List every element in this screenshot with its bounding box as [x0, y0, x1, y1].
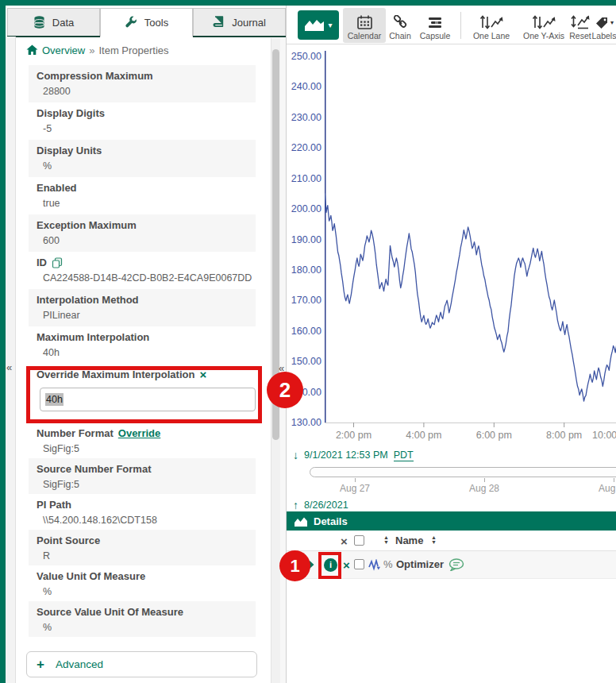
- wrench-icon: [125, 16, 137, 29]
- one-lane-button[interactable]: One Lane: [468, 8, 515, 43]
- right-collapse-strip: «: [280, 38, 286, 683]
- y-axis-label: 200.00: [287, 203, 321, 215]
- labels-button[interactable]: ▾ Labels: [587, 8, 616, 43]
- remove-item-icon[interactable]: ×: [343, 559, 350, 571]
- annotation-circle-step1: 1: [279, 550, 310, 581]
- annotation-rect-step1: [318, 552, 341, 579]
- property-point-source: Point Source R: [29, 530, 256, 565]
- property-value-unit-of-measure: Value Unit Of Measure %: [29, 565, 256, 601]
- trend-panel: ▾ Calendar Chain: [286, 6, 616, 683]
- range-tick-label: Aug 29: [586, 483, 616, 494]
- row-checkbox[interactable]: [354, 559, 364, 569]
- window-frame-left: [0, 0, 6, 683]
- property-list: Compression Maximum 28800 Display Digits…: [29, 65, 256, 637]
- y-axis-label: 220.00: [287, 141, 321, 154]
- signal-line-optimizer: [325, 191, 616, 401]
- tab-data[interactable]: Data: [7, 8, 100, 36]
- x-axis-label: 2:00 pm: [326, 430, 382, 442]
- item-properties-panel: Data Tools Journal Overview » Item Prope…: [6, 6, 286, 683]
- y-axis-label: 250.00: [287, 50, 321, 63]
- breadcrumb-current: Item Properties: [98, 44, 168, 56]
- details-title: Details: [314, 515, 348, 527]
- chain-icon: [393, 15, 407, 29]
- y-axis-label: 230.00: [287, 111, 321, 124]
- copy-icon[interactable]: [52, 257, 63, 268]
- end-datetime[interactable]: 9/1/2021 12:53 PM: [304, 450, 388, 461]
- x-axis-label: 4:00 pm: [396, 430, 452, 442]
- number-format-override-link[interactable]: Override: [118, 426, 160, 441]
- property-compression-maximum: Compression Maximum 28800: [29, 65, 256, 102]
- breadcrumb-overview-link[interactable]: Overview: [42, 44, 85, 56]
- tab-tools[interactable]: Tools: [100, 8, 193, 37]
- capsule-button[interactable]: Capsule: [415, 8, 455, 43]
- details-panel-header: Details: [287, 511, 616, 531]
- tab-data-label: Data: [52, 17, 74, 29]
- range-tick: [355, 478, 356, 482]
- property-interpolation-method: Interpolation Method PILinear: [29, 289, 256, 326]
- remove-all-icon[interactable]: ×: [341, 535, 348, 547]
- property-maximum-interpolation: Maximum Interpolation 40h: [29, 326, 256, 364]
- range-tick-label: Aug 27: [327, 483, 383, 494]
- home-icon[interactable]: [26, 44, 38, 56]
- property-enabled: Enabled true: [29, 177, 256, 214]
- y-axis-label: 150.00: [287, 355, 321, 368]
- breadcrumb-separator: »: [89, 44, 94, 56]
- timezone-link[interactable]: PDT: [394, 450, 414, 461]
- property-display-digits: Display Digits -5: [29, 102, 256, 140]
- property-display-units: Display Units %: [29, 140, 256, 177]
- tab-tools-label: Tools: [144, 17, 168, 29]
- annotation-circle-step2: 2: [267, 372, 303, 408]
- y-axis-label: 130.00: [287, 416, 321, 429]
- one-y-axis-button[interactable]: One Y-Axis: [519, 8, 568, 43]
- breadcrumb: Overview » Item Properties: [26, 42, 169, 58]
- property-exception-maximum: Exception Maximum 600: [29, 214, 256, 252]
- display-range-start: ↑ 8/26/2021: [293, 498, 348, 512]
- arrow-up-icon: ↑: [293, 499, 298, 511]
- name-column-header[interactable]: Name: [395, 534, 423, 546]
- signal-icon: [368, 559, 381, 571]
- database-icon: [33, 16, 45, 29]
- trend-icon: [304, 18, 325, 32]
- annotate-icon[interactable]: [449, 558, 464, 571]
- x-axis-label: 6:00 pm: [466, 430, 522, 442]
- chain-button[interactable]: Chain: [387, 8, 413, 43]
- y-axis-label: 240.00: [287, 80, 321, 93]
- workbench-tabbar: Data Tools Journal: [7, 8, 286, 37]
- chevron-down-icon: ▾: [610, 19, 614, 26]
- select-all-checkbox[interactable]: [354, 535, 364, 546]
- details-table-header: × ▲▼ Name ▲▼: [287, 531, 616, 551]
- plus-icon: +: [37, 659, 44, 670]
- tab-journal[interactable]: Journal: [193, 8, 286, 36]
- calendar-button[interactable]: Calendar: [343, 8, 386, 43]
- capsule-icon: [428, 16, 442, 29]
- trend-chart[interactable]: [325, 51, 616, 428]
- x-axis-label: 8:00 pm: [537, 430, 592, 442]
- advanced-button[interactable]: + Advanced: [26, 651, 257, 677]
- view-mode-button[interactable]: ▾: [298, 10, 339, 40]
- range-tick: [484, 478, 485, 482]
- calendar-icon: [357, 15, 372, 29]
- y-axis-label: 180.00: [287, 264, 321, 276]
- sort-icon[interactable]: ▲▼: [431, 535, 437, 545]
- item-name[interactable]: Optimizer: [396, 558, 444, 570]
- y-axis-label: 210.00: [287, 172, 321, 185]
- arrow-down-icon: ↓: [293, 449, 298, 461]
- one-y-axis-icon: [532, 15, 556, 29]
- properties-scrollbar[interactable]: [271, 38, 280, 683]
- property-source-number-format: Source Number Format SigFig:5: [29, 458, 256, 494]
- display-range-end: ↓ 9/1/2021 12:53 PM PDT: [293, 448, 414, 462]
- collapse-panel-chevron-left[interactable]: «: [6, 361, 12, 373]
- sort-icon[interactable]: ▲▼: [383, 535, 389, 545]
- chevron-down-icon: ▾: [328, 21, 332, 29]
- toolbar-separator: [460, 12, 461, 39]
- range-scrollbar[interactable]: [310, 467, 616, 477]
- start-date[interactable]: 8/26/2021: [304, 500, 348, 511]
- y-axis-label: 190.00: [287, 233, 321, 246]
- x-axis-label: 10:00 pm: [592, 430, 616, 442]
- range-tick: [614, 478, 614, 482]
- area-chart-icon: [295, 516, 307, 527]
- property-id: ID CA224588-D14B-42CD-B0B2-E4CA9E0067DD: [29, 252, 256, 289]
- property-number-format: Number Format Override SigFig:5: [29, 423, 256, 458]
- labels-icon: [595, 16, 609, 29]
- window-frame-top: [0, 0, 616, 6]
